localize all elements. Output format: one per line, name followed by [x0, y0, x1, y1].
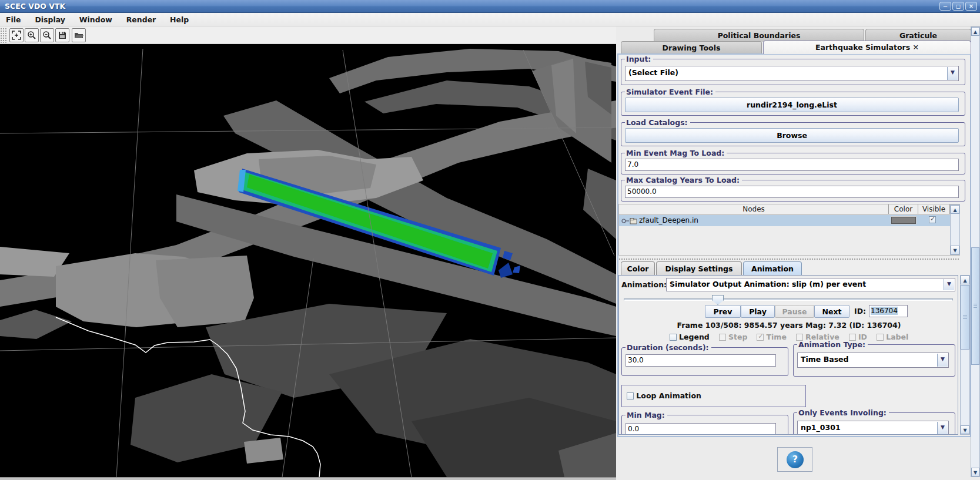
min-mag-label: Min Mag:: [626, 411, 667, 419]
chevron-down-icon[interactable]: ▼: [947, 67, 958, 80]
pause-button: Pause: [775, 305, 814, 318]
checkbox-label: Loop Animation: [636, 391, 701, 400]
panel-scrollbar[interactable]: ▲ ▼: [971, 26, 980, 477]
only-events-value: np1_0301: [801, 423, 841, 432]
viewport-3d[interactable]: [0, 44, 616, 477]
duration-group: Duration (seconds): 30.0: [621, 343, 788, 376]
column-header-visible[interactable]: Visible: [918, 204, 950, 214]
animation-type-value: Time Based: [801, 355, 849, 364]
save-button[interactable]: [55, 28, 69, 42]
input-file-combobox[interactable]: (Select File) ▼: [625, 66, 959, 81]
tab-label: Graticule: [899, 31, 937, 40]
simulator-event-file-label: Simulator Event File:: [625, 88, 715, 96]
min-event-mag-label: Min Event Mag To Load:: [625, 149, 727, 157]
frame-slider-thumb[interactable]: [712, 295, 724, 305]
tab-political-boundaries[interactable]: Political Boundaries: [654, 29, 864, 42]
max-catalog-years-group: Max Catalog Years To Load: 50000.0: [621, 176, 965, 202]
tab-graticule[interactable]: Graticule: [865, 29, 971, 42]
menu-help[interactable]: Help: [164, 13, 195, 24]
node-name: zfault_Deepen.in: [639, 216, 698, 224]
animation-label: Animation:: [621, 280, 667, 289]
scroll-down-icon[interactable]: ▼: [961, 425, 969, 434]
tab-color[interactable]: Color: [621, 261, 655, 275]
chevron-down-icon[interactable]: ▼: [944, 279, 954, 290]
scroll-up-icon[interactable]: ▲: [971, 27, 979, 36]
event-file-button[interactable]: rundir2194_long.eList: [625, 98, 959, 112]
control-panel: Political Boundaries Graticule Drawing T…: [616, 26, 980, 480]
menu-window[interactable]: Window: [73, 13, 118, 24]
step-checkbox: Step: [719, 333, 748, 341]
open-folder-icon: [74, 31, 83, 40]
help-button[interactable]: ?: [777, 447, 812, 472]
animation-scrollbar-thumb[interactable]: [961, 285, 969, 350]
tab-display-settings[interactable]: Display Settings: [656, 261, 742, 275]
window-title: SCEC VDO VTK: [5, 2, 65, 11]
chevron-down-icon[interactable]: ▼: [937, 354, 948, 367]
column-header-color[interactable]: Color: [889, 204, 918, 214]
earthquake-simulators-pane: Input: (Select File) ▼ Simulator Event F…: [617, 53, 971, 437]
animation-type-group: Animation Type: Time Based ▼: [793, 340, 955, 377]
zoom-out-button[interactable]: [40, 28, 54, 42]
duration-field[interactable]: 30.0: [626, 354, 776, 367]
chevron-down-icon[interactable]: ▼: [937, 422, 948, 435]
open-file-button[interactable]: [72, 28, 86, 42]
save-icon: [58, 31, 67, 40]
load-catalogs-group: Load Catalogs: Browse: [621, 118, 965, 146]
id-field[interactable]: 136704: [869, 305, 908, 317]
id-label: ID:: [854, 307, 866, 315]
animation-combobox[interactable]: Simulator Output Animation: slip (m) per…: [666, 278, 955, 291]
menu-display[interactable]: Display: [29, 13, 71, 24]
play-button[interactable]: Play: [741, 305, 775, 318]
loop-animation-checkbox[interactable]: Loop Animation: [627, 391, 701, 400]
table-row[interactable]: zfault_Deepen.in ✓: [619, 215, 950, 226]
checkbox-label: Legend: [679, 333, 710, 341]
scroll-up-icon[interactable]: ▲: [951, 205, 959, 214]
duration-label: Duration (seconds):: [626, 343, 711, 352]
legend-checkbox[interactable]: Legend: [670, 333, 710, 341]
menu-file[interactable]: File: [0, 13, 27, 24]
only-events-label: Only Events Involing:: [797, 408, 889, 417]
tab-drawing-tools[interactable]: Drawing Tools: [621, 41, 762, 53]
frame-slider-track[interactable]: [624, 298, 953, 301]
load-catalogs-label: Load Catalogs:: [625, 118, 690, 127]
min-mag-field[interactable]: 0.0: [626, 423, 776, 435]
input-group: Input: (Select File) ▼: [621, 55, 965, 85]
input-file-value: (Select File): [628, 68, 678, 77]
column-header-nodes[interactable]: Nodes: [619, 204, 889, 214]
tab-animation[interactable]: Animation: [743, 261, 802, 275]
animation-scrollbar[interactable]: ▲ ▼: [960, 275, 970, 435]
question-mark-icon: ?: [787, 451, 804, 468]
zoom-in-button[interactable]: [25, 28, 39, 42]
only-events-combobox[interactable]: np1_0301 ▼: [797, 421, 949, 435]
min-event-mag-field[interactable]: 7.0: [625, 159, 959, 171]
prev-button[interactable]: Prev: [705, 305, 741, 318]
toolbar: [0, 26, 616, 44]
node-visible-checkbox[interactable]: ✓: [929, 216, 936, 223]
nodes-table-scrollbar[interactable]: ▲ ▼: [950, 204, 960, 255]
max-catalog-years-field[interactable]: 50000.0: [625, 186, 959, 198]
scroll-down-icon[interactable]: ▼: [971, 468, 979, 476]
checkbox-label: Time: [767, 333, 787, 341]
splitter-handle[interactable]: [618, 257, 960, 260]
node-color-swatch[interactable]: [891, 217, 916, 224]
tree-toggle-icon[interactable]: [621, 217, 637, 224]
animation-type-combobox[interactable]: Time Based ▼: [797, 353, 949, 368]
zoom-out-icon: [42, 31, 52, 40]
toolbar-grip[interactable]: [0, 28, 6, 43]
panel-scrollbar-thumb[interactable]: [971, 247, 979, 365]
close-button[interactable]: ×: [965, 2, 977, 11]
only-events-group: Only Events Involing: np1_0301 ▼: [793, 408, 955, 435]
fit-view-button[interactable]: [9, 28, 24, 42]
scroll-up-icon[interactable]: ▲: [961, 276, 969, 284]
browse-button[interactable]: Browse: [625, 128, 959, 143]
loop-animation-box: Loop Animation: [621, 385, 806, 407]
minimize-button[interactable]: −: [939, 2, 951, 11]
input-group-label: Input:: [625, 55, 653, 63]
next-button[interactable]: Next: [814, 305, 849, 318]
tab-earthquake-simulators[interactable]: Earthquake Simulators ✕: [763, 41, 971, 54]
maximize-button[interactable]: ◻: [952, 2, 964, 11]
menu-render[interactable]: Render: [121, 13, 162, 24]
max-catalog-years-label: Max Catalog Years To Load:: [625, 176, 742, 184]
scroll-down-icon[interactable]: ▼: [951, 246, 959, 254]
tab-close-icon[interactable]: ✕: [913, 43, 919, 52]
